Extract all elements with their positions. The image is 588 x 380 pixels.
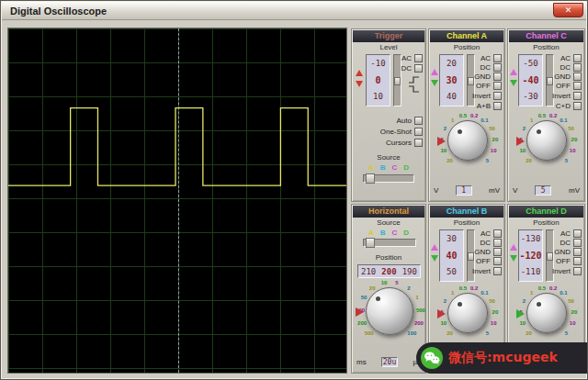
trigger-cursors-button[interactable] (414, 139, 423, 147)
scale-value: 5 (535, 185, 551, 196)
window-title: Digital Oscilloscope (10, 6, 107, 17)
channel-c-sum-row: C+D (556, 102, 582, 110)
knob-scale-label: 10 (570, 320, 576, 326)
channel-b-position-lcd: 30 40 50 (439, 229, 464, 282)
channel-a-panel-title: Channel A (430, 30, 503, 42)
source-channel-a[interactable]: A (368, 163, 374, 172)
channel-a-ac-button[interactable] (493, 54, 502, 62)
channel-c-gnd-button[interactable] (573, 73, 582, 81)
channel-a-off-button[interactable] (493, 82, 502, 90)
close-button[interactable]: ✕ (553, 3, 583, 17)
down-arrow-icon[interactable] (356, 81, 363, 87)
source-channel-b[interactable]: B (380, 163, 386, 172)
channel-c-ac-button[interactable] (573, 54, 582, 62)
slider-thumb[interactable] (547, 77, 553, 85)
horizontal-panel: Horizontal Source ABCD Position 210 200 … (351, 204, 426, 374)
channel-d-panel-title: Channel D (509, 206, 583, 218)
knob-marker (537, 129, 541, 134)
channel-b-ac-button[interactable] (493, 229, 502, 238)
channel-c-gain-knob[interactable]: 20105210.50.20.15020105 (526, 120, 567, 161)
channel-c-gnd-row: GND (554, 73, 582, 81)
dc-label: DC (401, 64, 412, 73)
trigger-dc-button[interactable] (414, 64, 423, 73)
channel-c-position-arrows[interactable] (510, 69, 517, 86)
knob-scale-label: 5 (486, 330, 489, 336)
channel-d-off-button[interactable] (573, 257, 582, 265)
channel-b-gain-knob[interactable]: 20105210.50.20.15020105 (447, 293, 488, 333)
channel-c-invert-button[interactable] (573, 92, 582, 100)
channel-c-off-button[interactable] (573, 82, 582, 90)
trigger-level-slider[interactable] (393, 54, 401, 106)
slider-thumb[interactable] (468, 252, 474, 261)
up-arrow-icon[interactable] (510, 244, 517, 251)
down-arrow-icon[interactable] (510, 255, 517, 262)
channel-a-invert-row: Invert (472, 92, 502, 100)
slider-thumb[interactable] (468, 77, 474, 85)
source-channel-c[interactable]: C (392, 229, 398, 237)
channel-a-sum-button[interactable] (493, 102, 502, 110)
source-channel-a[interactable]: A (368, 229, 374, 237)
channel-d-gnd-button[interactable] (573, 248, 582, 256)
slider-thumb[interactable] (547, 252, 553, 261)
knob-scale-label: 50 (361, 295, 368, 300)
channel-d-invert-button[interactable] (573, 267, 582, 275)
channel-b-invert-button[interactable] (493, 267, 502, 275)
source-channel-b[interactable]: B (380, 229, 386, 237)
channel-c-scale-units: V 5 mV (513, 185, 580, 196)
one-shot-label: One-Shot (380, 128, 412, 136)
trigger-auto-button[interactable] (414, 117, 423, 125)
channel-b-gnd-button[interactable] (493, 248, 502, 256)
knob-scale-label: 0.1 (481, 290, 488, 296)
source-channel-d[interactable]: D (403, 163, 409, 172)
slider-thumb[interactable] (394, 77, 401, 85)
channel-c-sum-button[interactable] (573, 102, 582, 110)
timebase-knob[interactable]: 500200100502010521500200100 (366, 287, 413, 335)
knob-scale-label: 20 (526, 330, 532, 336)
down-arrow-icon[interactable] (431, 255, 438, 262)
channel-b-off-button[interactable] (493, 257, 502, 265)
trigger-level-arrows[interactable] (356, 70, 363, 87)
channel-b-position-arrows[interactable] (431, 244, 438, 262)
knob-scale-label: 20 (526, 158, 532, 163)
horizontal-source-slider[interactable] (363, 239, 416, 247)
channel-a-dc-button[interactable] (493, 63, 502, 72)
knob-scale-label: 20 (369, 285, 376, 291)
up-arrow-icon[interactable] (510, 69, 517, 75)
titlebar[interactable]: Digital Oscilloscope ✕ (2, 2, 586, 20)
trigger-source-slider[interactable] (363, 174, 414, 183)
trigger-dc-row: DC (401, 64, 423, 73)
up-arrow-icon[interactable] (431, 69, 438, 75)
channel-a-gain-knob[interactable]: 20105210.50.20.15020105 (447, 120, 488, 161)
slider-thumb[interactable] (366, 238, 375, 248)
up-arrow-icon[interactable] (356, 70, 363, 76)
down-arrow-icon[interactable] (431, 80, 438, 86)
edge-icon (408, 75, 421, 94)
channel-b-dc-button[interactable] (493, 239, 502, 247)
trigger-one-shot-button[interactable] (414, 128, 423, 136)
source-channel-d[interactable]: D (403, 229, 409, 237)
channel-a-position-lcd: 20 30 40 (439, 54, 464, 106)
channel-a-invert-button[interactable] (493, 92, 502, 100)
slider-thumb[interactable] (366, 173, 375, 184)
source-channel-c[interactable]: C (392, 163, 398, 172)
channel-c-dc-button[interactable] (573, 63, 582, 72)
channel-a-gnd-button[interactable] (493, 73, 502, 81)
unit-right: mV (489, 186, 500, 195)
knob-scale-label: 50 (568, 126, 574, 131)
trigger-ac-button[interactable] (414, 54, 423, 62)
channel-d-dc-button[interactable] (573, 239, 582, 247)
channel-c-position-lcd: -50 -40 -30 (518, 54, 543, 106)
channel-c-panel: Channel C Position -50 -40 -30 AC DC GND… (507, 28, 585, 202)
trigger-edge-selector[interactable] (408, 75, 421, 97)
unit-left: ms (356, 358, 367, 366)
up-arrow-icon[interactable] (431, 244, 438, 251)
knob-scale-label: 10 (491, 320, 497, 326)
channel-d-ac-button[interactable] (573, 229, 582, 238)
gnd-label: GND (554, 73, 571, 81)
channel-a-position-arrows[interactable] (431, 69, 438, 86)
channel-a-panel: Channel A Position 20 30 40 AC DC GND OF… (428, 28, 505, 202)
channel-d-position-arrows[interactable] (510, 244, 517, 262)
wechat-icon (421, 347, 443, 369)
channel-d-gain-knob[interactable]: 20105210.50.20.15020105 (526, 293, 567, 333)
down-arrow-icon[interactable] (510, 80, 517, 86)
